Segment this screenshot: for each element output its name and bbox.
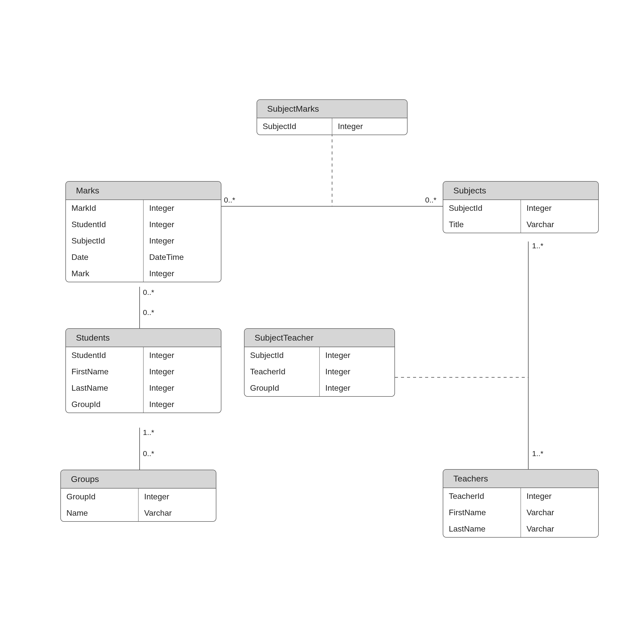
field-name: GroupId bbox=[66, 396, 143, 413]
field-type: Integer bbox=[144, 200, 221, 216]
field-name: FirstName bbox=[66, 364, 143, 380]
field-name: TeacherId bbox=[245, 364, 319, 380]
field-name: Title bbox=[443, 216, 520, 233]
field-type: Varchar bbox=[521, 504, 598, 521]
multiplicity-label: 1..* bbox=[143, 428, 154, 437]
entity-subjects: Subjects SubjectId Title Integer Varchar bbox=[443, 181, 599, 233]
entity-subjectmarks: SubjectMarks SubjectId Integer bbox=[257, 99, 408, 135]
field-type: Integer bbox=[144, 216, 221, 233]
field-type: Integer bbox=[144, 233, 221, 249]
entity-title: SubjectTeacher bbox=[245, 329, 394, 347]
multiplicity-label: 0..* bbox=[425, 196, 436, 204]
field-type: Integer bbox=[521, 488, 598, 504]
field-type: Varchar bbox=[521, 216, 598, 233]
field-type: Integer bbox=[144, 265, 221, 282]
field-name: MarkId bbox=[66, 200, 143, 216]
field-name: GroupId bbox=[245, 380, 319, 396]
field-type: Integer bbox=[320, 347, 394, 364]
field-name: StudentId bbox=[66, 347, 143, 364]
field-type: Varchar bbox=[139, 505, 216, 521]
field-type: Integer bbox=[332, 118, 407, 135]
entity-title: Subjects bbox=[443, 182, 598, 200]
field-type: Integer bbox=[144, 364, 221, 380]
field-name: Name bbox=[61, 505, 138, 521]
entity-subjectteacher: SubjectTeacher SubjectId TeacherId Group… bbox=[244, 328, 395, 397]
entity-marks: Marks MarkId StudentId SubjectId Date Ma… bbox=[65, 181, 221, 282]
entity-students: Students StudentId FirstName LastName Gr… bbox=[65, 328, 221, 413]
entity-title: Groups bbox=[61, 470, 216, 489]
field-name: SubjectId bbox=[257, 118, 332, 135]
connection-lines bbox=[0, 0, 644, 644]
field-type: Integer bbox=[139, 489, 216, 505]
entity-title: Teachers bbox=[443, 470, 598, 488]
field-type: Integer bbox=[320, 364, 394, 380]
field-name: Mark bbox=[66, 265, 143, 282]
entity-title: Students bbox=[66, 329, 221, 347]
entity-title: SubjectMarks bbox=[257, 100, 407, 118]
field-name: Date bbox=[66, 249, 143, 265]
entity-teachers: Teachers TeacherId FirstName LastName In… bbox=[443, 469, 599, 538]
field-name: TeacherId bbox=[443, 488, 520, 504]
field-name: SubjectId bbox=[245, 347, 319, 364]
field-name: FirstName bbox=[443, 504, 520, 521]
field-type: Integer bbox=[144, 380, 221, 396]
field-type: Integer bbox=[144, 347, 221, 364]
field-name: SubjectId bbox=[443, 200, 520, 216]
field-name: LastName bbox=[443, 521, 520, 537]
er-diagram-canvas: SubjectMarks SubjectId Integer Marks Mar… bbox=[0, 0, 644, 644]
entity-title: Marks bbox=[66, 182, 221, 200]
field-type: Varchar bbox=[521, 521, 598, 537]
multiplicity-label: 1..* bbox=[532, 449, 543, 458]
multiplicity-label: 0..* bbox=[224, 196, 235, 204]
field-name: GroupId bbox=[61, 489, 138, 505]
entity-groups: Groups GroupId Name Integer Varchar bbox=[60, 470, 216, 522]
field-type: Integer bbox=[144, 396, 221, 413]
field-name: SubjectId bbox=[66, 233, 143, 249]
field-type: Integer bbox=[320, 380, 394, 396]
field-type: DateTime bbox=[144, 249, 221, 265]
field-name: LastName bbox=[66, 380, 143, 396]
field-name: StudentId bbox=[66, 216, 143, 233]
multiplicity-label: 0..* bbox=[143, 288, 154, 297]
multiplicity-label: 0..* bbox=[143, 449, 154, 458]
multiplicity-label: 0..* bbox=[143, 308, 154, 317]
multiplicity-label: 1..* bbox=[532, 241, 543, 250]
field-type: Integer bbox=[521, 200, 598, 216]
